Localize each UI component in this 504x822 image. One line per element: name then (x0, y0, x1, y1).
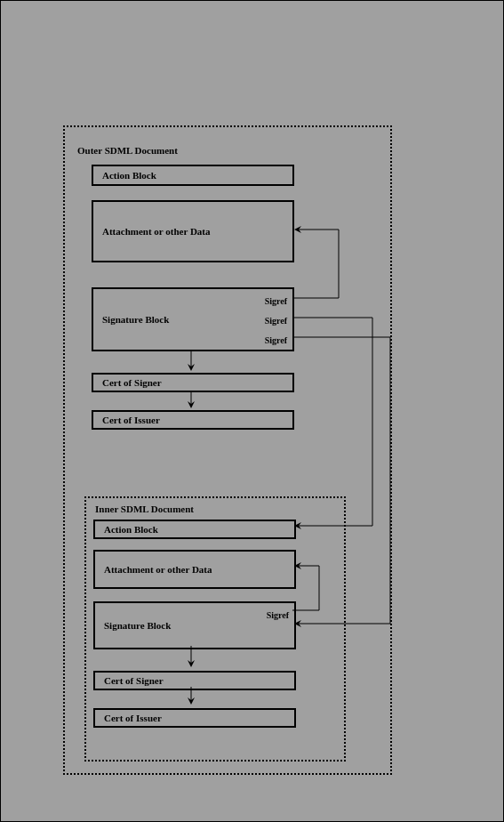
inner-attachment-label: Attachment or other Data (104, 564, 212, 575)
outer-attachment-block: Attachment or other Data (92, 200, 294, 262)
inner-title: Inner SDML Document (95, 504, 194, 514)
inner-sdml-document: Inner SDML Document Action Block Attachm… (84, 496, 346, 762)
inner-cert-issuer: Cert of Issuer (93, 708, 296, 728)
outer-attachment-label: Attachment or other Data (102, 226, 210, 237)
diagram-canvas: Outer SDML Document Action Block Attachm… (0, 0, 504, 822)
outer-signature-label: Signature Block (102, 314, 169, 325)
inner-cert-signer-label: Cert of Signer (104, 675, 164, 686)
outer-cert-issuer-label: Cert of Issuer (102, 415, 160, 425)
inner-action-label: Action Block (104, 524, 158, 535)
outer-sigref-1: Sigref (265, 296, 287, 306)
outer-sigref-3: Sigref (265, 335, 287, 345)
inner-cert-issuer-label: Cert of Issuer (104, 713, 162, 723)
outer-signature-block: Signature Block Sigref Sigref Sigref (92, 287, 294, 351)
inner-signature-label: Signature Block (104, 620, 171, 631)
outer-title: Outer SDML Document (77, 145, 178, 156)
outer-action-label: Action Block (102, 170, 156, 181)
outer-sigref-2: Sigref (265, 316, 287, 326)
inner-sigref-1: Sigref (267, 610, 289, 620)
inner-cert-signer: Cert of Signer (93, 671, 296, 690)
outer-cert-issuer: Cert of Issuer (92, 410, 294, 430)
inner-attachment-block: Attachment or other Data (93, 550, 296, 589)
outer-cert-signer-label: Cert of Signer (102, 377, 162, 388)
inner-action-block: Action Block (93, 520, 296, 539)
outer-action-block: Action Block (92, 165, 294, 186)
outer-cert-signer: Cert of Signer (92, 373, 294, 392)
outer-sdml-document: Outer SDML Document Action Block Attachm… (63, 125, 392, 775)
inner-signature-block: Signature Block Sigref (93, 601, 296, 649)
